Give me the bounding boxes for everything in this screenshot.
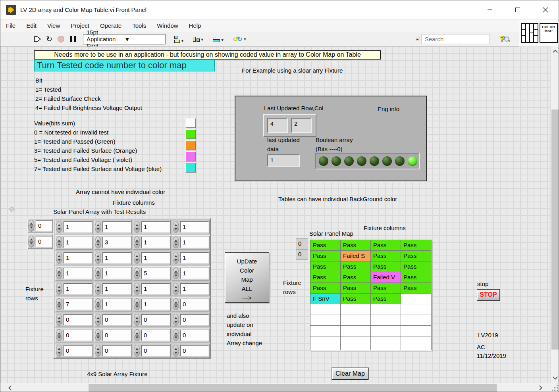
table-cell[interactable]: Pass xyxy=(371,294,401,304)
increment-decrement-spinner[interactable] xyxy=(56,267,62,279)
spinner-down-icon[interactable] xyxy=(135,290,139,292)
table-cell[interactable]: Pass xyxy=(341,261,371,272)
increment-decrement-spinner[interactable] xyxy=(173,298,179,310)
spinner-up-icon[interactable] xyxy=(174,332,177,334)
search-nav-icon[interactable]: ▸| xyxy=(416,37,420,41)
spinner-up-icon[interactable] xyxy=(96,332,100,334)
table-cell[interactable] xyxy=(401,347,431,350)
table-cell[interactable]: Pass xyxy=(371,251,401,261)
array-element-value[interactable]: 0 xyxy=(180,299,209,310)
table-cell[interactable]: Pass xyxy=(401,261,431,272)
array-element-value[interactable]: 1 xyxy=(180,221,209,233)
array-element-value[interactable]: 0 xyxy=(102,330,131,341)
array-element-value[interactable]: 1 xyxy=(64,221,92,233)
array-element[interactable]: 0 xyxy=(133,344,171,358)
array-element-value[interactable]: 0 xyxy=(141,330,170,341)
increment-decrement-spinner[interactable] xyxy=(134,329,140,341)
increment-decrement-spinner[interactable] xyxy=(56,252,62,264)
table-cell[interactable]: Pass xyxy=(401,283,431,294)
array-element-value[interactable]: 0 xyxy=(64,345,92,356)
array-element-value[interactable]: 3 xyxy=(102,237,131,248)
array-element-value[interactable]: 0 xyxy=(180,330,209,341)
array-element-value[interactable]: 0 xyxy=(180,345,209,356)
increment-decrement-spinner[interactable] xyxy=(95,314,101,326)
stop-button[interactable]: STOP xyxy=(477,289,500,301)
spinner-down-icon[interactable] xyxy=(96,306,100,307)
increment-decrement-spinner[interactable] xyxy=(173,329,179,341)
array-index-control[interactable]: 0 xyxy=(27,218,53,233)
spinner-down-icon[interactable] xyxy=(58,321,61,323)
spinner-down-icon[interactable] xyxy=(96,352,100,354)
spinner-down-icon[interactable] xyxy=(58,290,61,292)
spinner-down-icon[interactable] xyxy=(174,352,177,354)
table-cell[interactable]: Failed S xyxy=(341,251,371,261)
table-cell[interactable] xyxy=(371,347,401,350)
increment-decrement-spinner[interactable] xyxy=(56,314,62,326)
spinner-down-icon[interactable] xyxy=(135,228,139,230)
spinner-down-icon[interactable] xyxy=(30,227,33,229)
increment-decrement-spinner[interactable] xyxy=(95,298,101,310)
spinner-down-icon[interactable] xyxy=(135,336,139,338)
spinner-down-icon[interactable] xyxy=(58,352,61,354)
array-element[interactable]: 0 xyxy=(55,344,93,358)
spinner-up-icon[interactable] xyxy=(174,348,177,350)
spinner-down-icon[interactable] xyxy=(30,242,33,244)
spinner-down-icon[interactable] xyxy=(174,275,177,277)
array-element[interactable]: 1 xyxy=(94,220,132,234)
close-button[interactable] xyxy=(537,0,554,19)
array-element[interactable]: 0 xyxy=(94,328,132,342)
table-cell[interactable] xyxy=(341,347,371,350)
scroll-right-icon[interactable] xyxy=(537,385,542,390)
spinner-up-icon[interactable] xyxy=(174,271,177,273)
array-element[interactable]: 1 xyxy=(94,282,132,296)
spinner-up-icon[interactable] xyxy=(96,255,100,257)
increment-decrement-spinner[interactable] xyxy=(56,283,62,295)
increment-decrement-spinner[interactable] xyxy=(56,236,62,248)
spinner-up-icon[interactable] xyxy=(96,286,100,288)
spinner-up-icon[interactable] xyxy=(58,286,61,288)
spinner-up-icon[interactable] xyxy=(174,255,177,257)
table-cell[interactable]: Failed V xyxy=(371,272,401,283)
spinner-up-icon[interactable] xyxy=(30,238,33,240)
array-element[interactable]: 1 xyxy=(172,220,210,234)
array-element[interactable]: 1 xyxy=(94,297,132,311)
table-cell[interactable]: Pass xyxy=(401,240,431,251)
increment-decrement-spinner[interactable] xyxy=(134,345,140,357)
array-element[interactable]: 1 xyxy=(133,235,171,250)
array-element-value[interactable]: 1 xyxy=(64,283,92,294)
menu-tools[interactable]: Tools xyxy=(132,22,146,29)
array-element-value[interactable]: 1 xyxy=(180,237,209,248)
array-element-value[interactable]: 1 xyxy=(141,283,170,294)
spinner-up-icon[interactable] xyxy=(174,224,177,226)
pause-button[interactable] xyxy=(70,34,76,44)
increment-decrement-spinner[interactable] xyxy=(173,283,179,295)
array-element[interactable]: 1 xyxy=(55,220,93,234)
reorder-dropdown[interactable]: ↺↻ ▼ xyxy=(233,36,247,42)
spinner-up-icon[interactable] xyxy=(58,332,61,334)
array-element[interactable]: 1 xyxy=(55,235,93,250)
abort-button[interactable] xyxy=(58,34,64,44)
array-element[interactable]: 1 xyxy=(94,251,132,265)
increment-decrement-spinner[interactable] xyxy=(95,267,101,279)
run-button[interactable] xyxy=(34,34,41,44)
table-cell[interactable] xyxy=(341,326,371,336)
array-element[interactable]: 0 xyxy=(172,344,210,358)
table-cell[interactable] xyxy=(310,336,341,347)
table-cell[interactable] xyxy=(371,304,401,315)
array-element-value[interactable]: 1 xyxy=(102,221,131,233)
table-cell[interactable]: Pass xyxy=(310,240,341,251)
increment-decrement-spinner[interactable] xyxy=(95,252,101,264)
spinner-down-icon[interactable] xyxy=(58,259,61,261)
increment-decrement-spinner[interactable] xyxy=(56,329,62,341)
increment-decrement-spinner[interactable] xyxy=(134,314,140,326)
array-index-value[interactable]: 0 xyxy=(36,220,52,231)
array-element-value[interactable]: 1 xyxy=(64,237,92,248)
increment-decrement-spinner[interactable] xyxy=(134,221,140,233)
array-element[interactable]: 1 xyxy=(55,251,93,265)
array-index-value[interactable]: 0 xyxy=(36,236,52,247)
spinner-down-icon[interactable] xyxy=(96,259,100,261)
increment-decrement-spinner[interactable] xyxy=(134,283,140,295)
menu-help[interactable]: Help xyxy=(189,22,201,29)
table-cell[interactable] xyxy=(401,294,431,304)
array-element[interactable]: 0 xyxy=(94,344,132,358)
